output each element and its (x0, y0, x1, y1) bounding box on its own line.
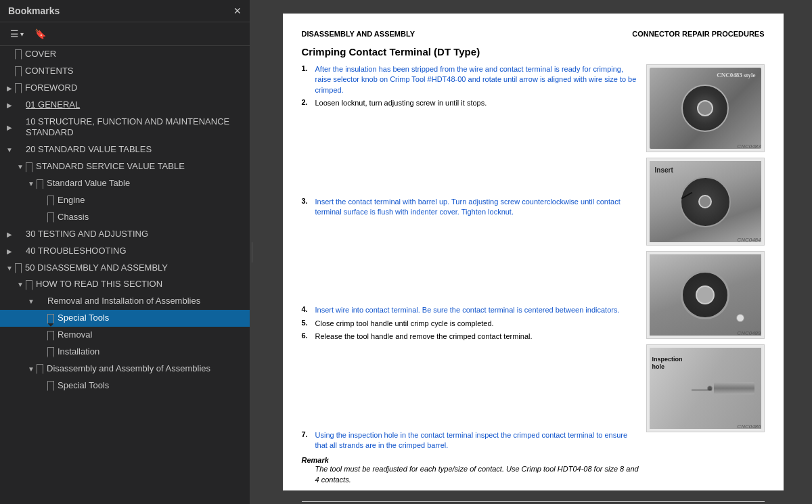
bookmark-icon-foreword (15, 83, 22, 93)
image-cnc0484: Insert CNC0484 (646, 158, 765, 246)
image-cnc0486: Inspectionhole CNC0486 (646, 344, 765, 432)
document-viewer[interactable]: DISASSEMBLY AND ASSEMBLY CONNECTOR REPAI… (254, 0, 812, 504)
main-layout: Bookmarks ✕ ☰ ▾ 🔖 COVER CONTENTS (0, 0, 812, 504)
list-view-button[interactable]: ☰ ▾ (7, 26, 27, 41)
sidebar-item-label: 20 STANDARD VALUE TABLES (26, 144, 246, 156)
sidebar-item-label: 01 GENERAL (26, 99, 246, 111)
photo-sim-3 (650, 254, 761, 336)
arrow-icon: ▼ (26, 365, 37, 373)
sidebar-item-removal-installation[interactable]: ▼ Removal and Installation of Assemblies (0, 293, 250, 310)
sidebar-title: Bookmarks (8, 5, 60, 16)
steps-block-7: 7. Using the inspection hole in the cont… (302, 430, 639, 451)
bookmark-icon-chassis (47, 212, 54, 222)
sidebar-item-special-tools-2[interactable]: Special Tools (0, 377, 250, 394)
insert-label: Insert (655, 166, 673, 174)
step-1: 1. After the insulation has been strippe… (302, 64, 639, 95)
small-dot (736, 314, 744, 322)
sidebar-item-label: COVER (25, 49, 246, 60)
remark-text: The tool must be readjusted for each typ… (302, 464, 639, 485)
sidebar-item-label: Chassis (58, 212, 246, 223)
sidebar-item-40troubleshoot[interactable]: ▶ 40 TROUBLESHOOTING (0, 243, 250, 260)
image-cnc0483: CNC0483 style CNC0483 (646, 64, 765, 152)
sidebar-header: Bookmarks ✕ (0, 0, 250, 22)
step-3: 3. Insert the contact terminal with barr… (302, 197, 639, 218)
sidebar-item-removal[interactable]: Removal (0, 327, 250, 344)
sidebar-item-label: Standard Value Table (47, 178, 246, 189)
sidebar-item-standard-service[interactable]: ▼ STANDARD SERVICE VALUE TABLE (0, 158, 250, 175)
sidebar-item-10structure[interactable]: ▶ 10 STRUCTURE, FUNCTION AND MAINTENANCE… (0, 114, 250, 142)
remark-section: Remark The tool must be readjusted for e… (302, 456, 639, 485)
sidebar-item-label: Removal (58, 329, 246, 341)
remark-title: Remark (302, 456, 329, 464)
sidebar-item-installation[interactable]: Installation (0, 344, 250, 361)
bookmark-icon-removal (47, 331, 54, 340)
sidebar-item-label: STANDARD SERVICE VALUE TABLE (36, 161, 246, 173)
bookmark-icon: 🔖 (35, 28, 46, 39)
document-page: DISASSEMBLY AND ASSEMBLY CONNECTOR REPAI… (283, 14, 784, 490)
bookmark-icon-std-service (26, 162, 32, 172)
arrow-icon: ▶ (4, 248, 15, 255)
sidebar-item-label: Engine (58, 195, 246, 206)
bookmark-icon-cover (15, 49, 22, 59)
sidebar-item-special-tools[interactable]: Special Tools (0, 310, 250, 327)
sidebar-item-30testing[interactable]: ▶ 30 TESTING AND ADJUSTING (0, 226, 250, 243)
sidebar-item-50disassembly[interactable]: ▼ 50 DISASSEMBLY AND ASSEMBLY (0, 260, 250, 277)
sidebar-item-label: 50 DISASSEMBLY AND ASSEMBLY (25, 262, 246, 274)
step-6: 6. Release the tool handle and remove th… (302, 331, 639, 342)
dropdown-arrow-icon: ▾ (20, 30, 24, 38)
arrow-icon: ▼ (15, 163, 26, 170)
sidebar-item-label: 40 TROUBLESHOOTING (26, 246, 246, 257)
step-7: 7. Using the inspection hole in the cont… (302, 430, 639, 451)
sidebar-item-label: 30 TESTING AND ADJUSTING (26, 229, 246, 240)
step-4: 4. Insert wire into contact terminal. Be… (302, 305, 639, 315)
cnc-label-3: CNC0489 (737, 330, 761, 336)
photo-sim-2: Insert (650, 161, 761, 242)
wire-body (714, 382, 754, 394)
sidebar-item-cover[interactable]: COVER (0, 46, 250, 63)
sidebar-item-how-to-read[interactable]: ▼ HOW TO READ THIS SECTION (0, 276, 250, 293)
arrow-icon: ▶ (4, 101, 15, 109)
crimp-circle (681, 271, 729, 319)
sidebar-item-disassembly-assemblies[interactable]: ▼ Disassembly and Assembly of Assemblies (0, 361, 250, 377)
bookmark-icon-special-tools-2 (47, 381, 54, 390)
sidebar-item-contents[interactable]: CONTENTS (0, 63, 250, 80)
arrow-icon: ▼ (26, 298, 37, 305)
bookmark-button[interactable]: 🔖 (31, 26, 49, 41)
bookmark-icon-installation (47, 347, 54, 357)
arrow-icon: ▼ (15, 281, 26, 288)
doc-images-column: CNC0483 style CNC0483 Insert (646, 64, 765, 490)
arrow-icon: ▶ (4, 85, 15, 92)
sidebar-item-label: Installation (58, 346, 246, 358)
step-2: 2. Loosen locknut, turn adjusting screw … (302, 98, 639, 108)
doc-footer: 50-16 SK1026-5N (302, 501, 765, 504)
arrow-icon: ▶ (4, 231, 15, 238)
arrow-icon: ▼ (26, 180, 37, 187)
label-arrow-line (692, 390, 712, 390)
sidebar-item-std-value-table[interactable]: ▼ Standard Value Table (0, 175, 250, 192)
connector-shape (707, 382, 754, 394)
bookmark-icon-contents (15, 66, 22, 76)
sidebar-item-label: Special Tools (58, 380, 246, 392)
sidebar-item-foreword[interactable]: ▶ FOREWORD (0, 80, 250, 97)
image-cnc0489: CNC0489 (646, 251, 765, 339)
sidebar-item-20standard[interactable]: ▼ 20 STANDARD VALUE TABLES (0, 141, 250, 158)
inner-circle-center (698, 195, 712, 208)
inspection-hole-label: Inspectionhole (652, 356, 683, 371)
sidebar-close-button[interactable]: ✕ (233, 6, 242, 16)
sidebar-item-chassis[interactable]: Chassis (0, 209, 250, 226)
photo-circle-1 (681, 85, 729, 132)
doc-header-left: DISASSEMBLY AND ASSEMBLY (302, 30, 415, 38)
arrow-icon: ▼ (4, 265, 15, 272)
steps-block-4-6: 4. Insert wire into contact terminal. Be… (302, 305, 639, 342)
photo-sim-1: CNC0483 style (650, 68, 761, 149)
sidebar-item-label: Disassembly and Assembly of Assemblies (47, 363, 246, 375)
arrow-icon: ▶ (4, 124, 15, 131)
cnc-label-4: CNC0486 (737, 423, 761, 430)
sidebar-item-01general[interactable]: ▶ 01 GENERAL (0, 97, 250, 114)
doc-header-right: CONNECTOR REPAIR PROCEDURES (632, 30, 764, 38)
sidebar-item-engine[interactable]: Engine (0, 192, 250, 209)
inner-circle (680, 177, 731, 227)
doc-header: DISASSEMBLY AND ASSEMBLY CONNECTOR REPAI… (302, 30, 765, 38)
sidebar-item-label: Removal and Installation of Assemblies (47, 296, 246, 307)
sidebar-toolbar: ☰ ▾ 🔖 (0, 22, 250, 46)
